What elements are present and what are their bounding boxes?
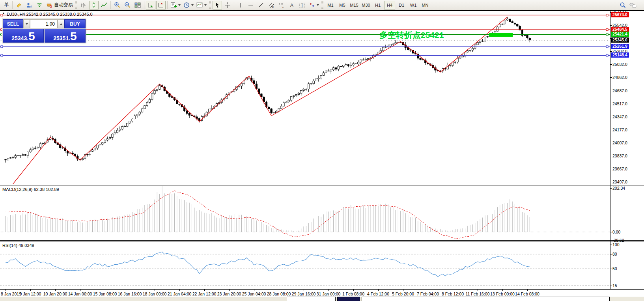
- price-axis-tick: [610, 25, 612, 26]
- tab-timeframe-m30[interactable]: M30: [360, 1, 371, 9]
- tab-timeframe-w1[interactable]: W1: [408, 1, 419, 9]
- bar-chart-icon: [80, 2, 87, 9]
- volume-increase-button[interactable]: [58, 19, 64, 28]
- templates-button[interactable]: [195, 1, 207, 9]
- autotrading-button[interactable]: 自动交易: [45, 1, 74, 9]
- new-order-button[interactable]: 单: [1, 1, 11, 9]
- price-axis-tick-label: 24347.0: [612, 114, 627, 119]
- zoom-out-button[interactable]: [123, 1, 132, 9]
- time-axis-label: 21 Jan 04:00: [168, 292, 192, 296]
- line-chart-button[interactable]: [99, 1, 109, 9]
- strategy-tester-button[interactable]: [24, 1, 34, 9]
- tile-windows-button[interactable]: [133, 1, 142, 9]
- search-button[interactable]: [618, 1, 627, 9]
- person-chart-icon: [26, 2, 33, 9]
- zoom-in-button[interactable]: [112, 1, 122, 9]
- price-axis-tick: [610, 51, 612, 52]
- volume-input[interactable]: [30, 19, 58, 28]
- buy-button[interactable]: BUY: [64, 19, 86, 28]
- horizontal-line-tool-button[interactable]: [246, 1, 256, 9]
- time-axis-label: 25 Jan 04:00: [242, 292, 266, 296]
- chart-marker-icon: ▲: [2, 11, 5, 15]
- price-axis-border: [610, 11, 610, 289]
- buy-price-display[interactable]: 25351.5: [45, 29, 86, 43]
- macd-label: MACD(12,26,9) 62.38 102.89: [2, 187, 59, 192]
- time-axis-tick: [130, 290, 130, 291]
- time-axis-label: 14 Feb 08:00: [515, 292, 539, 296]
- fibonacci-icon: F: [278, 2, 285, 9]
- tab-timeframe-m15[interactable]: M15: [349, 1, 360, 9]
- tab-timeframe-h4[interactable]: H4: [384, 1, 395, 9]
- tab-timeframe-m1[interactable]: M1: [325, 1, 336, 9]
- time-axis-label: 28 Jan 08:00: [267, 292, 291, 296]
- rsi-label: RSI(14) 49.0349: [2, 243, 34, 248]
- trendline-tool-button[interactable]: [256, 1, 266, 9]
- mt4-window: 单 自动交易: [0, 0, 644, 301]
- time-axis-tick: [378, 290, 379, 291]
- tab-timeframe-m5[interactable]: M5: [337, 1, 348, 9]
- price-level-tag: 25484.5: [611, 27, 629, 32]
- time-axis-tick: [279, 290, 279, 291]
- time-axis-tick: [502, 290, 503, 291]
- volume-decrease-button[interactable]: [23, 19, 30, 28]
- auto-scroll-button[interactable]: [146, 1, 155, 9]
- candlestick-chart-button[interactable]: [89, 1, 99, 9]
- time-axis-label: 18 Jan 00:00: [143, 292, 167, 296]
- status-bar-segment: [362, 297, 610, 301]
- time-axis-label: 5 Feb 20:00: [392, 292, 414, 296]
- bar-chart-button[interactable]: [79, 1, 88, 9]
- time-axis-label: 4 Feb 12:00: [367, 292, 389, 296]
- chat-button[interactable]: [628, 1, 638, 9]
- annotation-text: 多空转折点25421: [379, 30, 444, 40]
- price-axis-tick: [610, 104, 612, 104]
- time-axis-tick: [30, 290, 31, 291]
- chart-shift-icon: [157, 2, 164, 9]
- channel-icon: E: [268, 2, 275, 9]
- time-axis-tick: [478, 290, 478, 291]
- time-axis-tick: [527, 290, 528, 291]
- tab-timeframe-mn[interactable]: MN: [420, 1, 431, 9]
- vertical-line-icon: [237, 2, 244, 9]
- time-axis-label: 11 Feb 16:00: [465, 292, 489, 296]
- rsi-axis-tick-label: 80: [612, 252, 617, 256]
- vertical-line-tool-button[interactable]: [236, 1, 245, 9]
- price-axis-tick: [610, 64, 612, 65]
- time-axis-tick: [353, 290, 354, 291]
- price-chart-canvas[interactable]: 多空转折点25421: [0, 11, 610, 185]
- crosshair-tool-button[interactable]: [223, 1, 232, 9]
- price-axis-tick: [610, 91, 612, 91]
- rsi-indicator-canvas[interactable]: [0, 241, 610, 289]
- one-click-trading-panel: SELL BUY 25343.5 25351.5: [2, 19, 86, 43]
- status-bar: [0, 297, 644, 301]
- time-axis-label: 10 Jan 20:00: [43, 292, 67, 296]
- rsi-axis-tick-label: 100: [612, 242, 620, 247]
- chart-shift-button[interactable]: [156, 1, 166, 9]
- rsi-axis-tick-label: 50: [612, 266, 617, 271]
- sell-price-main: 25343: [11, 35, 27, 42]
- cursor-tool-button[interactable]: [213, 1, 222, 9]
- periods-button[interactable]: [182, 1, 194, 9]
- chat-icon: [629, 2, 637, 9]
- eraser-button[interactable]: [14, 1, 24, 9]
- macd-indicator-canvas[interactable]: [0, 186, 610, 240]
- pane-splitter-rsi[interactable]: [0, 240, 644, 241]
- tab-timeframe-h1[interactable]: H1: [372, 1, 383, 9]
- tab-timeframe-d1[interactable]: D1: [396, 1, 407, 9]
- price-axis-tick-label: 24517.0: [612, 101, 627, 106]
- sell-price-display[interactable]: 25343.5: [3, 29, 44, 43]
- indicators-button[interactable]: [169, 1, 181, 9]
- arrows-tool-button[interactable]: [308, 1, 320, 9]
- channel-tool-button[interactable]: E: [267, 1, 276, 9]
- rsi-axis-tick: [610, 254, 612, 254]
- arrows-icon: [308, 2, 315, 9]
- time-axis-label: 23 Jan 20:00: [217, 292, 241, 296]
- signals-button[interactable]: [35, 1, 44, 9]
- fibonacci-tool-button[interactable]: F: [277, 1, 286, 9]
- text-label-icon: T: [299, 2, 306, 9]
- sell-button[interactable]: SELL: [3, 19, 23, 28]
- text-tool-icon: A: [288, 2, 295, 9]
- pane-splitter-macd[interactable]: [0, 185, 644, 186]
- text-tool-button[interactable]: A: [287, 1, 297, 9]
- buy-price-fraction: 5: [70, 31, 77, 42]
- text-label-tool-button[interactable]: T: [297, 1, 307, 9]
